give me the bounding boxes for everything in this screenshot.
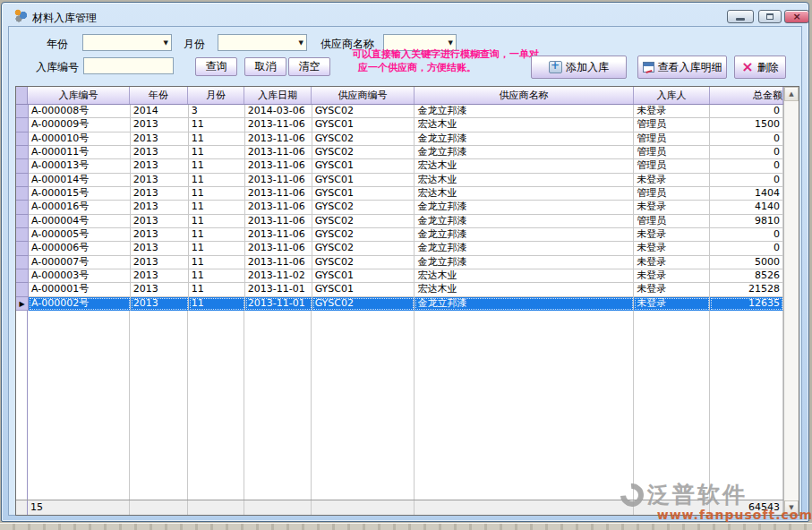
cell: 11	[189, 215, 245, 228]
cell: GYSC02	[312, 146, 415, 159]
cell: A-000014号	[29, 174, 131, 187]
cell: 宏达木业	[415, 187, 634, 201]
column-header[interactable]: 月份	[188, 87, 244, 104]
table-row[interactable]: A-000007号2013112013-11-06GYSC02金龙立邦漆未登录5…	[16, 256, 783, 269]
query-button[interactable]: 查询	[195, 57, 237, 76]
row-selector[interactable]	[16, 228, 29, 242]
view-detail-button[interactable]: 查看入库明细	[637, 56, 727, 79]
chevron-down-icon[interactable]: ▼	[164, 39, 168, 47]
row-selector[interactable]	[16, 187, 29, 201]
table-row[interactable]: ▶A-000002号2013112013-11-01GYSC02金龙立邦漆未登录…	[16, 297, 783, 311]
cell: 11	[189, 159, 245, 173]
scroll-up-icon[interactable]: ▲	[784, 87, 799, 101]
table-row[interactable]: A-000016号2013112013-11-06GYSC02金龙立邦漆未登录4…	[16, 201, 783, 214]
empty-gutter	[16, 311, 28, 500]
cell: 2013-11-02	[245, 269, 312, 283]
row-selector[interactable]	[16, 269, 29, 283]
cell: 金龙立邦漆	[415, 215, 634, 228]
cell: 管理员	[634, 118, 710, 132]
cell: 2013	[131, 118, 189, 132]
table-row[interactable]: A-000010号2013112013-11-06GYSC02金龙立邦漆管理员0	[16, 132, 783, 146]
cell: 2013-11-06	[245, 187, 312, 201]
minimize-button[interactable]	[727, 10, 754, 23]
chevron-down-icon[interactable]: ▼	[299, 39, 303, 47]
scroll-down-icon[interactable]: ▼	[784, 500, 799, 515]
table-row[interactable]: A-000009号2013112013-11-06GYSC01宏达木业管理员15…	[16, 118, 783, 132]
cell: 未登录	[634, 228, 710, 242]
table-row[interactable]: A-000006号2013112013-11-06GYSC02金龙立邦漆未登录0	[16, 242, 783, 255]
cell: 1500	[710, 118, 783, 132]
year-combobox[interactable]: ▼	[82, 34, 172, 51]
row-selector[interactable]	[16, 118, 29, 132]
row-selector[interactable]	[16, 201, 29, 214]
cell: 8526	[710, 269, 783, 283]
delete-button[interactable]: × 删除	[734, 56, 786, 79]
cell: GYSC02	[312, 297, 415, 311]
chevron-down-icon[interactable]: ▼	[449, 39, 453, 47]
cell: 2013-11-06	[245, 174, 312, 187]
row-selector[interactable]	[16, 105, 29, 118]
row-selector[interactable]	[16, 146, 29, 159]
row-selector[interactable]	[16, 256, 29, 269]
cell: 0	[710, 159, 783, 173]
table-row[interactable]: A-000014号2013112013-11-06GYSC01宏达木业未登录0	[16, 174, 783, 187]
row-selector[interactable]	[16, 174, 29, 187]
footer-cell	[130, 500, 188, 515]
cancel-button[interactable]: 取消	[244, 57, 286, 76]
cell: 宏达木业	[415, 269, 634, 283]
cell: 2013	[131, 256, 189, 269]
footer-cell	[244, 500, 312, 515]
record-count: 15	[28, 500, 130, 515]
cell: 11	[189, 132, 245, 146]
column-header[interactable]: 入库日期	[244, 87, 312, 104]
column-header[interactable]: 供应商编号	[312, 87, 415, 104]
empty-cell	[415, 311, 634, 500]
add-entry-button[interactable]: 添加入库	[531, 56, 627, 79]
row-selector[interactable]: ▶	[16, 297, 29, 311]
empty-cell	[710, 311, 783, 500]
table-row[interactable]: A-000013号2013112013-11-06GYSC01宏达木业管理员0	[16, 159, 783, 173]
column-header[interactable]: 年份	[130, 87, 188, 104]
table-row[interactable]: A-000005号2013112013-11-06GYSC02金龙立邦漆未登录0	[16, 228, 783, 242]
month-combobox[interactable]: ▼	[218, 34, 307, 51]
table-row[interactable]: A-000008号201432014-03-06GYSC02金龙立邦漆未登录0	[16, 105, 783, 118]
month-label: 月份	[184, 37, 205, 52]
cell: 11	[189, 118, 245, 132]
cell: GYSC02	[312, 228, 415, 242]
empty-cell	[244, 311, 312, 500]
cell: 11	[189, 174, 245, 187]
cell: A-000008号	[29, 105, 131, 118]
table-row[interactable]: A-000003号2013112013-11-02GYSC01宏达木业未登录85…	[16, 269, 783, 283]
column-header[interactable]: 入库人	[634, 87, 710, 104]
clear-button[interactable]: 清空	[288, 57, 330, 76]
hint-line-2: 应一个供应商，方便结账。	[358, 61, 476, 74]
cell: GYSC02	[312, 201, 415, 214]
cell: 2013	[131, 146, 189, 159]
cell: 11	[189, 283, 245, 296]
cell: 0	[710, 228, 783, 242]
row-selector[interactable]	[16, 132, 29, 146]
select-all-cell[interactable]	[16, 87, 28, 104]
table-row[interactable]: A-000015号2013112013-11-06GYSC01宏达木业管理员14…	[16, 187, 783, 201]
maximize-button[interactable]	[758, 10, 782, 23]
close-button[interactable]: ×	[784, 10, 809, 23]
row-selector[interactable]	[16, 283, 29, 296]
column-header[interactable]: 入库编号	[28, 87, 130, 104]
entry-no-input[interactable]	[83, 57, 174, 74]
cell: 2013	[131, 269, 189, 283]
column-header[interactable]: 供应商名称	[415, 87, 634, 104]
footer-row: 1564543	[16, 500, 783, 515]
row-selector[interactable]	[16, 159, 29, 173]
vertical-scrollbar[interactable]: ▲ ▼	[783, 87, 799, 515]
table-row[interactable]: A-000011号2013112013-11-06GYSC02金龙立邦漆管理员0	[16, 146, 783, 159]
cell: A-000015号	[29, 187, 131, 201]
row-selector[interactable]	[16, 215, 29, 228]
row-selector[interactable]	[16, 242, 29, 255]
table-row[interactable]: A-000001号2013112013-11-01GYSC01宏达木业未登录21…	[16, 283, 783, 296]
scroll-track[interactable]	[784, 101, 799, 500]
column-header[interactable]: 总金额	[710, 87, 783, 104]
cell: 0	[710, 242, 783, 255]
table-row[interactable]: A-000004号2013112013-11-06GYSC02金龙立邦漆管理员9…	[16, 215, 783, 228]
cell: 金龙立邦漆	[415, 242, 634, 255]
cell: 2013-11-06	[245, 159, 312, 173]
